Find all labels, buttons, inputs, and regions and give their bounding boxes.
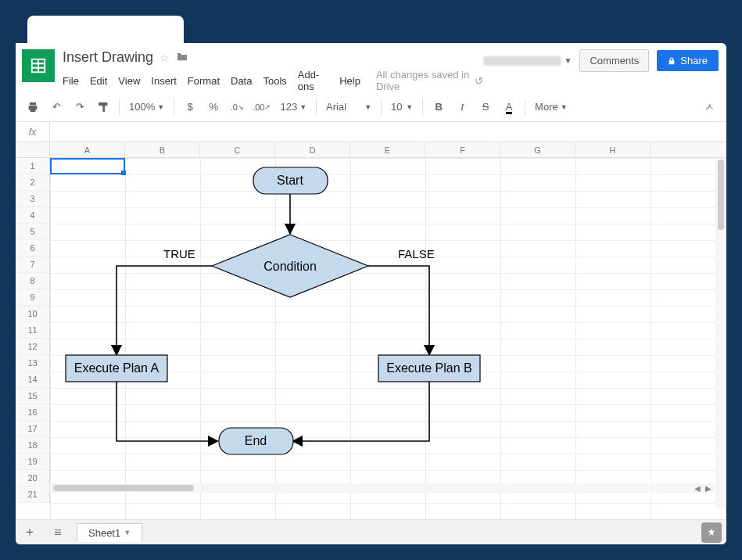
menu-edit[interactable]: Edit bbox=[90, 75, 107, 87]
account-menu[interactable]: ▼ bbox=[483, 56, 572, 66]
cells-area[interactable]: Start Condition TRUE FALSE Execute Plan … bbox=[50, 158, 726, 519]
row-header[interactable]: 9 bbox=[16, 289, 49, 306]
plan-b-label: Execute Plan B bbox=[386, 361, 471, 375]
row-header[interactable]: 2 bbox=[16, 174, 49, 191]
currency-button[interactable]: $ bbox=[179, 96, 201, 118]
menu-addons[interactable]: Add-ons bbox=[298, 69, 328, 92]
menu-help[interactable]: Help bbox=[339, 75, 360, 87]
row-header[interactable]: 6 bbox=[16, 240, 49, 257]
row-header[interactable]: 11 bbox=[16, 322, 49, 339]
zoom-value: 100% bbox=[129, 101, 155, 113]
more-label: More bbox=[535, 101, 558, 113]
row-header[interactable]: 10 bbox=[16, 306, 49, 322]
row-header[interactable]: 1 bbox=[16, 158, 49, 174]
menu-file[interactable]: File bbox=[63, 75, 79, 87]
document-title[interactable]: Insert Drawing bbox=[63, 49, 153, 66]
folder-icon[interactable] bbox=[176, 51, 188, 64]
toolbar: ↶ ↷ 100%▼ $ % .0↘ .00↗ 123▼ Arial▼ 10▼ B… bbox=[16, 92, 726, 122]
decrease-decimals-button[interactable]: .0↘ bbox=[226, 96, 248, 118]
horizontal-scrollbar[interactable]: ◀ ▶ bbox=[50, 483, 714, 493]
bold-button[interactable]: B bbox=[428, 96, 450, 118]
more-dropdown[interactable]: More▼ bbox=[530, 101, 572, 113]
font-size-dropdown[interactable]: 10▼ bbox=[386, 101, 418, 113]
paint-format-icon[interactable] bbox=[92, 96, 114, 118]
scroll-left-icon[interactable]: ◀ bbox=[692, 483, 703, 493]
row-header[interactable]: 19 bbox=[16, 454, 49, 470]
collapse-toolbar-icon[interactable]: ㅅ bbox=[698, 96, 720, 118]
undo-icon[interactable]: ↶ bbox=[45, 96, 67, 118]
menu-view[interactable]: View bbox=[118, 75, 140, 87]
chevron-down-icon: ▼ bbox=[565, 56, 572, 65]
true-label: TRUE bbox=[163, 247, 195, 260]
increase-decimals-button[interactable]: .00↗ bbox=[249, 96, 274, 118]
false-label: FALSE bbox=[398, 247, 435, 260]
row-header[interactable]: 17 bbox=[16, 421, 49, 437]
flowchart-drawing[interactable]: Start Condition TRUE FALSE Execute Plan … bbox=[50, 158, 597, 518]
all-sheets-button[interactable]: ≡ bbox=[44, 520, 72, 545]
menu-data[interactable]: Data bbox=[231, 75, 252, 87]
share-button[interactable]: Share bbox=[657, 50, 719, 71]
font-dropdown[interactable]: Arial▼ bbox=[321, 101, 376, 113]
menu-tools[interactable]: Tools bbox=[263, 75, 286, 87]
strikethrough-button[interactable]: S bbox=[475, 96, 496, 118]
title-bar: Insert Drawing ☆ File Edit View Insert F… bbox=[16, 43, 726, 92]
fx-label: fx bbox=[16, 122, 50, 142]
add-sheet-button[interactable]: ＋ bbox=[16, 520, 44, 545]
comments-button[interactable]: Comments bbox=[579, 49, 649, 72]
font-value: Arial bbox=[326, 101, 346, 113]
sheets-logo-icon[interactable] bbox=[22, 49, 55, 82]
row-header[interactable]: 7 bbox=[16, 257, 49, 273]
number-format-dropdown[interactable]: 123▼ bbox=[275, 101, 311, 113]
italic-button[interactable]: I bbox=[451, 96, 473, 118]
menu-insert[interactable]: Insert bbox=[151, 75, 177, 87]
zoom-dropdown[interactable]: 100%▼ bbox=[124, 101, 169, 113]
select-all-corner[interactable] bbox=[16, 142, 50, 157]
spreadsheet-grid[interactable]: A B C D E F G H 1 2 3 4 5 6 7 8 9 10 11 … bbox=[16, 142, 726, 519]
row-header[interactable]: 12 bbox=[16, 339, 49, 355]
browser-tab[interactable] bbox=[27, 16, 184, 45]
end-label: End bbox=[245, 434, 267, 447]
row-header[interactable]: 20 bbox=[16, 470, 49, 486]
app-window: Insert Drawing ☆ File Edit View Insert F… bbox=[16, 43, 726, 544]
row-header[interactable]: 3 bbox=[16, 191, 49, 207]
column-header[interactable]: C bbox=[200, 142, 275, 157]
chevron-down-icon[interactable]: ▼ bbox=[124, 529, 131, 537]
row-header[interactable]: 21 bbox=[16, 486, 49, 503]
star-icon[interactable]: ☆ bbox=[160, 52, 170, 64]
row-header[interactable]: 14 bbox=[16, 372, 49, 388]
history-icon[interactable]: ↺ bbox=[475, 75, 483, 87]
condition-label: Condition bbox=[263, 260, 317, 273]
redo-icon[interactable]: ↷ bbox=[69, 96, 91, 118]
lock-icon bbox=[668, 57, 676, 65]
sheet-tab[interactable]: Sheet1 ▼ bbox=[77, 523, 142, 542]
column-header[interactable]: A bbox=[50, 142, 125, 157]
scroll-right-icon[interactable]: ▶ bbox=[703, 483, 714, 493]
save-status-text: All changes saved in Drive bbox=[376, 69, 471, 92]
column-header[interactable]: F bbox=[425, 142, 500, 157]
column-header[interactable]: B bbox=[125, 142, 200, 157]
formula-input[interactable] bbox=[50, 122, 726, 142]
explore-button[interactable] bbox=[701, 522, 722, 543]
text-color-button[interactable]: A bbox=[498, 96, 520, 118]
column-header[interactable]: H bbox=[575, 142, 651, 157]
column-headers: A B C D E F G H bbox=[16, 142, 726, 158]
row-header[interactable]: 4 bbox=[16, 207, 49, 224]
column-header[interactable]: G bbox=[500, 142, 575, 157]
row-header[interactable]: 15 bbox=[16, 388, 49, 404]
column-header[interactable]: D bbox=[275, 142, 350, 157]
row-header[interactable]: 5 bbox=[16, 224, 49, 240]
formula-bar: fx bbox=[16, 122, 726, 142]
share-label: Share bbox=[680, 55, 708, 66]
row-headers: 1 2 3 4 5 6 7 8 9 10 11 12 13 14 15 16 1… bbox=[16, 158, 50, 503]
font-size-value: 10 bbox=[391, 101, 402, 113]
menu-format[interactable]: Format bbox=[188, 75, 220, 87]
percent-button[interactable]: % bbox=[203, 96, 224, 118]
row-header[interactable]: 16 bbox=[16, 404, 49, 421]
row-header[interactable]: 18 bbox=[16, 437, 49, 454]
row-header[interactable]: 13 bbox=[16, 355, 49, 372]
row-header[interactable]: 8 bbox=[16, 273, 49, 289]
sheet-name: Sheet1 bbox=[88, 527, 120, 539]
vertical-scrollbar[interactable] bbox=[715, 158, 726, 508]
print-icon[interactable] bbox=[22, 96, 44, 118]
column-header[interactable]: E bbox=[350, 142, 425, 157]
